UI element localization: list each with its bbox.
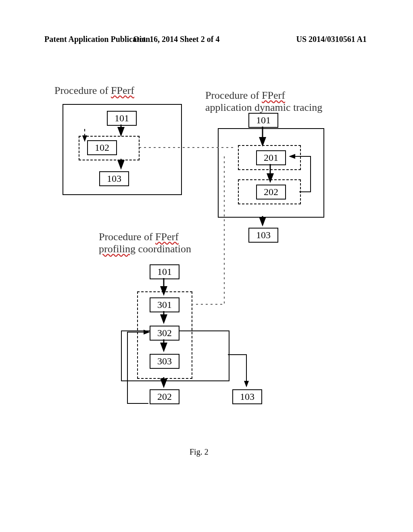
header-right: US 2014/0310561 A1	[296, 35, 367, 44]
box-c-202: 202	[150, 389, 179, 404]
box-b-201: 201	[256, 150, 286, 165]
box-c-101: 101	[150, 264, 179, 279]
title-profiling: Procedure of FPerf profiling coordinatio…	[99, 231, 191, 255]
box-c-303: 303	[150, 354, 179, 369]
arrow-c-to-103	[228, 355, 246, 386]
title-fperf: Procedure of FPerf	[54, 85, 134, 97]
title-prof-prefix: Procedure of	[99, 231, 155, 243]
box-c-103: 103	[232, 389, 262, 404]
title-prof-mark2: profiling	[99, 243, 136, 255]
title-dyn-line2: application dynamic tracing	[205, 102, 322, 113]
box-c-302: 302	[150, 326, 179, 341]
title-dyn-mark: FPerf	[262, 89, 285, 101]
box-a-103: 103	[99, 171, 129, 186]
title-dyn-tracing: Procedure of FPerf application dynamic t…	[205, 89, 322, 114]
box-b-103: 103	[248, 228, 278, 243]
box-c-301: 301	[150, 297, 179, 312]
title-dyn-prefix: Procedure of	[205, 89, 262, 101]
page: Patent Application Publication Oct. 16, …	[0, 0, 413, 532]
box-b-101: 101	[248, 113, 278, 128]
title-fperf-prefix: Procedure of	[54, 85, 111, 96]
figure-caption: Fig. 2	[190, 447, 209, 457]
box-b-202: 202	[256, 185, 286, 200]
title-prof-rest: coordination	[136, 243, 191, 255]
box-a-101: 101	[107, 111, 137, 126]
header-mid: Oct. 16, 2014 Sheet 2 of 4	[133, 35, 219, 44]
title-fperf-mark: FPerf	[111, 85, 134, 96]
title-prof-mark1: FPerf	[155, 231, 179, 243]
box-a-102: 102	[87, 140, 117, 155]
